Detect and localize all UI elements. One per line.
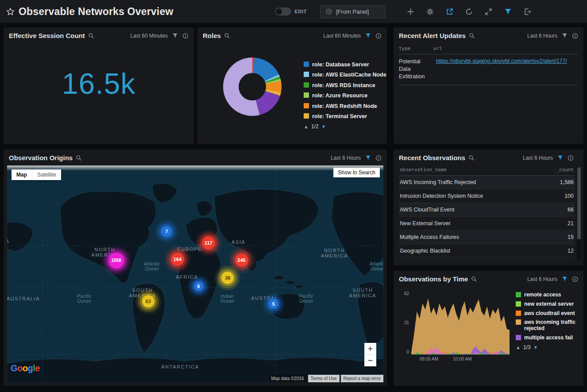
map-cluster-marker[interactable]: 117 (202, 236, 215, 250)
map-cluster-marker[interactable]: 245 (235, 254, 248, 267)
search-icon[interactable] (469, 33, 475, 39)
fullscreen-icon[interactable] (485, 8, 492, 15)
scrollbar-thumb[interactable] (577, 167, 581, 239)
page-down-icon[interactable]: ▼ (321, 124, 326, 129)
chart-zone: 62310 08:00 AM10:00 AM (400, 291, 510, 355)
panel-roles: Roles Last 60 Minutes role: Database Ser… (197, 27, 387, 144)
map-cluster-marker[interactable]: 63 (142, 295, 154, 307)
logout-icon[interactable] (524, 8, 531, 15)
legend-item[interactable]: role: Database Server (304, 61, 386, 68)
map-cluster-marker[interactable]: 1058 (108, 253, 124, 269)
search-icon[interactable] (468, 155, 475, 161)
report-map-error-link[interactable]: Report a map error (341, 375, 383, 382)
panel-title: Observation Origins (9, 154, 73, 161)
panel-filter-icon[interactable] (557, 155, 563, 161)
table-row[interactable]: AWS CloudTrail Event66 (399, 203, 575, 217)
legend-item[interactable]: new external server (516, 301, 579, 307)
table-header-row: observation_name _count (399, 165, 575, 176)
legend-item[interactable]: aws cloudtrail event (516, 311, 579, 317)
legend-item[interactable]: role: AWS Redshift Node (304, 103, 386, 109)
page-up-icon[interactable]: ▲ (304, 124, 309, 129)
filter-icon[interactable] (504, 8, 512, 15)
app-header: Observable Networks Overview EDIT [From … (0, 0, 587, 23)
table-row[interactable]: Multiple Access Failures15 (399, 231, 575, 244)
panel-info-icon[interactable] (568, 155, 574, 161)
table-row[interactable]: Geographic Blacklist12 (399, 244, 575, 258)
observations-area-chart[interactable]: 08:00 AM10:00 AM (411, 291, 510, 355)
search-icon[interactable] (76, 155, 82, 161)
legend-item[interactable]: multiple access fail (516, 335, 579, 341)
zoom-in-button[interactable]: + (364, 343, 376, 354)
satellite-type-button[interactable]: Satellite (32, 169, 61, 180)
time-range-label: Last 60 Minutes (323, 33, 361, 39)
panel-info-icon[interactable] (572, 276, 578, 282)
column-header-type: type (399, 43, 433, 54)
panel-recent-observations: Recent Observations Last 6 Hours observa… (394, 150, 583, 265)
page-down-icon[interactable]: ▼ (533, 345, 538, 350)
map-data-credit: Map data ©2016 (269, 375, 307, 382)
legend-item[interactable]: remote access (516, 292, 579, 298)
terms-of-use-link[interactable]: Terms of Use (308, 375, 340, 382)
table-row[interactable]: AWS Incoming Traffic Rejected1,586 (399, 176, 575, 189)
settings-gear-icon[interactable] (426, 8, 434, 15)
alert-type-cell: Potential Data Exfiltration (399, 58, 436, 81)
legend-item[interactable]: role: Terminal Server (304, 113, 386, 119)
session-count-value: 16.5k (4, 67, 194, 100)
legend-item[interactable]: role: Azure Resource (304, 92, 386, 99)
add-panel-icon[interactable] (407, 8, 414, 15)
share-export-icon[interactable] (446, 8, 453, 15)
panel-filter-icon[interactable] (562, 276, 568, 282)
observation-name-cell: New External Server (400, 220, 451, 227)
map-cluster-marker[interactable]: 7 (161, 226, 172, 237)
legend-item[interactable]: role: AWS ElastiCache Node (304, 72, 386, 78)
map-attribution: Map data ©2016 Terms of Use Report a map… (269, 375, 383, 382)
legend-swatch-icon (304, 72, 309, 77)
panel-info-icon[interactable] (375, 33, 382, 39)
world-map[interactable]: Map Satellite Show In Search ASIANORTH A… (7, 165, 383, 382)
map-cluster-marker[interactable]: 38 (221, 272, 234, 284)
table-header-row: type url (399, 43, 578, 54)
refresh-icon[interactable] (465, 8, 473, 15)
panel-header: Roles Last 60 Minutes (197, 27, 387, 42)
scrollbar-track[interactable] (577, 166, 581, 261)
observation-name-cell: Multiple Access Failures (400, 234, 459, 240)
panel-header: Observations by Time Last 6 Hours (394, 271, 583, 286)
legend-swatch-icon (304, 92, 309, 98)
panel-header: Effective Session Count Last 60 Minutes (4, 27, 194, 42)
panel-filter-icon[interactable] (562, 33, 568, 38)
map-cluster-marker[interactable]: 164 (171, 253, 184, 266)
panel-filter-icon[interactable] (365, 155, 371, 161)
observation-count-cell: 1,586 (560, 179, 574, 185)
panel-info-icon[interactable] (182, 33, 189, 39)
panel-header: Recent Alert Updates Last 6 Hours (394, 27, 583, 42)
search-icon[interactable] (224, 33, 230, 39)
time-picker[interactable]: [From Panel] (320, 5, 386, 18)
zoom-out-button[interactable]: − (364, 354, 376, 366)
search-icon[interactable] (88, 33, 94, 39)
google-logo[interactable]: Google (11, 363, 40, 373)
google-logo-letter: e (35, 363, 40, 373)
table-row[interactable]: Intrusion Detection System Notice100 (399, 189, 575, 203)
legend-item[interactable]: role: AWS RDS Instance (304, 82, 386, 88)
alert-link[interactable]: https://obsrvbl-staging.obsrvbl.com/aler… (436, 58, 567, 64)
show-in-search-button[interactable]: Show In Search (333, 168, 380, 177)
panel-info-icon[interactable] (375, 155, 382, 161)
panel-filter-icon[interactable] (365, 33, 371, 38)
map-cluster-marker[interactable]: 6 (194, 281, 204, 291)
panel-info-icon[interactable] (572, 33, 578, 39)
search-icon[interactable] (471, 276, 477, 282)
edit-toggle[interactable] (275, 8, 291, 15)
panel-filter-icon[interactable] (172, 33, 178, 38)
google-logo-letter: o (23, 363, 28, 373)
toggle-knob (276, 8, 282, 15)
panel-title: Observations by Time (399, 275, 468, 283)
legend-item[interactable]: aws incoming traffic rejected (516, 319, 579, 332)
column-header-url: url (433, 43, 578, 54)
favorite-star-icon[interactable] (6, 8, 15, 16)
time-range-label: Last 6 Hours (331, 155, 361, 161)
page-up-icon[interactable]: ▲ (516, 345, 521, 350)
map-cluster-marker[interactable]: 5 (269, 299, 278, 309)
roles-donut-chart[interactable] (223, 58, 282, 116)
map-type-button[interactable]: Map (12, 169, 32, 180)
table-row[interactable]: New External Server21 (399, 217, 575, 231)
